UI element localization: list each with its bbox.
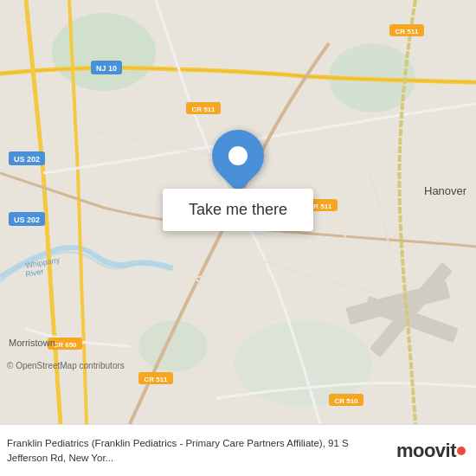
moovit-logo: moovit <box>396 440 466 462</box>
map-container: NJ 10 US 202 US 202 CR 511 CR 511 CR 511… <box>0 0 476 424</box>
map-attribution: © OpenStreetMap contributors <box>7 361 125 370</box>
location-text: Franklin Pediatrics (Franklin Pediatrics… <box>7 438 349 462</box>
svg-text:CR 510: CR 510 <box>334 397 358 405</box>
svg-text:CR 511: CR 511 <box>191 106 215 113</box>
svg-text:CR 650: CR 650 <box>53 341 77 349</box>
location-pin <box>202 119 275 193</box>
svg-text:Morristown: Morristown <box>9 338 55 348</box>
take-me-there-button[interactable]: Take me there <box>163 189 313 231</box>
svg-point-1 <box>52 13 156 91</box>
moovit-text: moovit <box>396 440 456 462</box>
svg-text:CR 511: CR 511 <box>144 376 168 383</box>
location-info: Franklin Pediatrics (Franklin Pediatrics… <box>7 436 389 464</box>
svg-text:NJ 10: NJ 10 <box>96 64 117 73</box>
moovit-dot <box>457 447 466 455</box>
svg-text:Hanover: Hanover <box>424 184 467 197</box>
svg-text:US 202: US 202 <box>14 215 40 224</box>
navigation-button-container: Take me there <box>163 130 313 231</box>
svg-text:CR 511: CR 511 <box>395 28 419 35</box>
bottom-bar: Franklin Pediatrics (Franklin Pediatrics… <box>0 424 476 476</box>
svg-text:US 202: US 202 <box>14 155 40 164</box>
